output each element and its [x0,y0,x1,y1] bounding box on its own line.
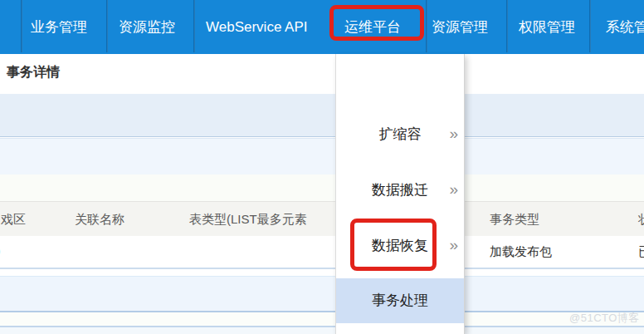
panel-band-upper [0,93,644,137]
nav-item-ops-platform[interactable]: 运维平台 [344,0,401,54]
panel-band-pale [0,174,644,201]
nav-divider [106,0,108,52]
nav-item-webservice-api[interactable]: WebService API [206,0,308,54]
menu-item-scaling[interactable]: 扩缩容 » [336,112,464,157]
menu-item-label: 事务处理 [372,292,428,308]
ops-platform-dropdown-menu: 扩缩容 » 数据搬迁 » 数据恢复 » 事务处理 集群状态 [335,54,465,334]
menu-item-label: 扩缩容 [379,126,422,142]
nav-item-resource-management[interactable]: 资源管理 [432,0,488,54]
column-header-game-zone: 戏区 [1,202,26,237]
nav-divider [506,0,508,52]
panel-band-lower [0,138,644,175]
submenu-chevron-icon: » [449,223,458,268]
menu-item-label: 数据搬迁 [372,182,428,198]
menu-item-label: 数据恢复 [372,238,428,253]
nav-divider [589,0,591,52]
breadcrumb: 事务详情 [7,54,60,94]
submenu-chevron-icon: » [449,112,458,157]
table-header-row: 戏区 关联名称 表类型(LIST最多元素 事务类型 状 [0,201,644,237]
cell-transaction-type: 加载发布包 [490,236,552,268]
breadcrumb-bar: ▸ 事务详情 [0,54,644,94]
column-header-relation-name: 关联名称 [75,202,124,237]
watermark: @51CTO博客 [569,311,640,326]
table-row-band-3 [0,327,644,334]
table-row-band-2 [0,312,644,327]
nav-divider [193,0,195,52]
submenu-chevron-icon: » [449,168,458,213]
column-header-transaction-type: 事务类型 [490,202,539,237]
nav-item-resource-monitor[interactable]: 资源监控 [119,0,175,54]
top-navbar: 业务管理 资源监控 WebService API 运维平台 资源管理 权限管理 … [0,0,644,54]
table-row-band-1 [0,276,644,312]
nav-item-business-management[interactable]: 业务管理 [31,0,87,54]
nav-item-system-management[interactable]: 系统管理 [606,0,644,54]
menu-item-data-migration[interactable]: 数据搬迁 » [336,168,464,213]
column-header-status: 状 [638,202,644,237]
menu-item-transaction-processing[interactable]: 事务处理 [336,278,464,323]
table-row: 0 加载发布包 已 [0,236,644,269]
cell-status-fragment: 已 [638,236,644,268]
column-header-table-type: 表类型(LIST最多元素 [189,202,307,237]
nav-divider [426,0,427,52]
menu-item-data-recovery[interactable]: 数据恢复 » [336,223,464,268]
nav-divider [21,0,22,52]
nav-item-permission-management[interactable]: 权限管理 [519,0,575,54]
